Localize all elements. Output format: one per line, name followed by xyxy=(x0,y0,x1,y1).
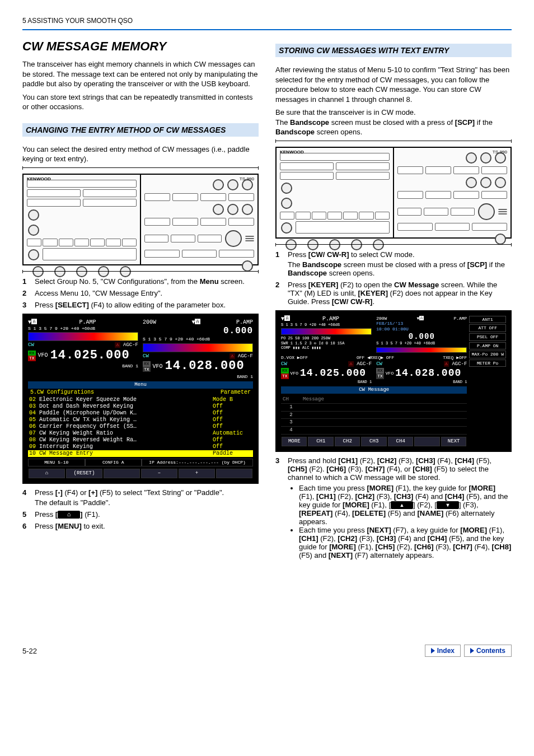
subhead-entry-method: CHANGING THE ENTRY METHOD OF CW MESSAGES xyxy=(22,123,259,137)
page-number: 5-22 xyxy=(22,647,37,655)
diagram-bottom-rule-r xyxy=(275,244,512,245)
intro-para-3: You can select the desired entry method … xyxy=(22,144,259,164)
step-3: Press [SELECT] (F4) to allow editing of … xyxy=(35,301,226,309)
step-6: Press [MENU] to exit. xyxy=(35,522,105,530)
transceiver-diagram-right: KENWOOD TS-990 xyxy=(275,147,512,239)
index-button[interactable]: Index xyxy=(425,645,461,657)
contents-button[interactable]: Contents xyxy=(464,645,512,657)
subhead-storing: STORING CW MESSAGES WITH TEXT ENTRY xyxy=(275,44,512,57)
lcd-screenshot-cwmsg: ▼🅰P.AMP S 1 3 5 7 9 +20 +40 +60dB PO 25 … xyxy=(275,310,512,452)
transceiver-diagram: KENWOOD TS-990 xyxy=(22,174,259,265)
step-2: Access Menu 10, "CW Message Entry". xyxy=(35,289,162,297)
intro-para-1: The transceiver has eight memory channel… xyxy=(22,59,259,89)
lcd-screenshot-menu: ▼🅰P.AMP S 1 3 5 7 9 +20 +40 +60dB CW⚠ AG… xyxy=(22,314,259,484)
section-title: CW MESSAGE MEMORY xyxy=(22,39,259,54)
brand-label: KENWOOD xyxy=(27,176,51,181)
step-5: Press [] (F1). xyxy=(35,510,100,519)
step-1: Select Group No. 5, "CW Configurations",… xyxy=(35,277,245,286)
r-step-3: Press and hold [CH1] (F2), [CH2] (F3), [… xyxy=(288,456,512,562)
diagram-bottom-rule xyxy=(22,271,259,272)
model-label: TS-990 xyxy=(240,176,254,181)
home-icon xyxy=(58,511,80,519)
diagram-top-rule-r xyxy=(275,141,512,141)
triangle-icon xyxy=(431,648,435,654)
up-arrow-icon xyxy=(391,501,413,509)
right-intro-2: Be sure that the transceiver is in CW mo… xyxy=(275,108,512,137)
header-rule xyxy=(22,29,512,30)
r-step-1: Press [CW/ CW-R] to select CW mode. The … xyxy=(288,250,512,277)
model-label-r: TS-990 xyxy=(493,150,507,155)
brand-label-r: KENWOOD xyxy=(280,150,304,155)
step-4: Press [-] (F4) or [+] (F5) to select "Te… xyxy=(35,488,224,507)
triangle-icon xyxy=(470,648,474,654)
r-step-2: Press [KEYER] (F2) to open the CW Messag… xyxy=(288,281,512,306)
bullet-more: Each time you press [MORE] (F1), the key… xyxy=(299,484,512,526)
intro-para-2: You can store text strings that can be r… xyxy=(22,92,259,112)
page-header: 5 ASSISTING YOUR SMOOTH QSO xyxy=(22,17,512,25)
bullet-next: Each time you press [NEXT] (F7), a key g… xyxy=(299,526,512,559)
diagram-top-rule xyxy=(22,167,259,168)
left-column: CW MESSAGE MEMORY The transceiver has ei… xyxy=(22,36,259,566)
right-column: STORING CW MESSAGES WITH TEXT ENTRY Afte… xyxy=(275,36,512,566)
right-intro-1: After reviewing the status of Menu 5-10 … xyxy=(275,65,512,104)
down-arrow-icon xyxy=(437,501,459,509)
